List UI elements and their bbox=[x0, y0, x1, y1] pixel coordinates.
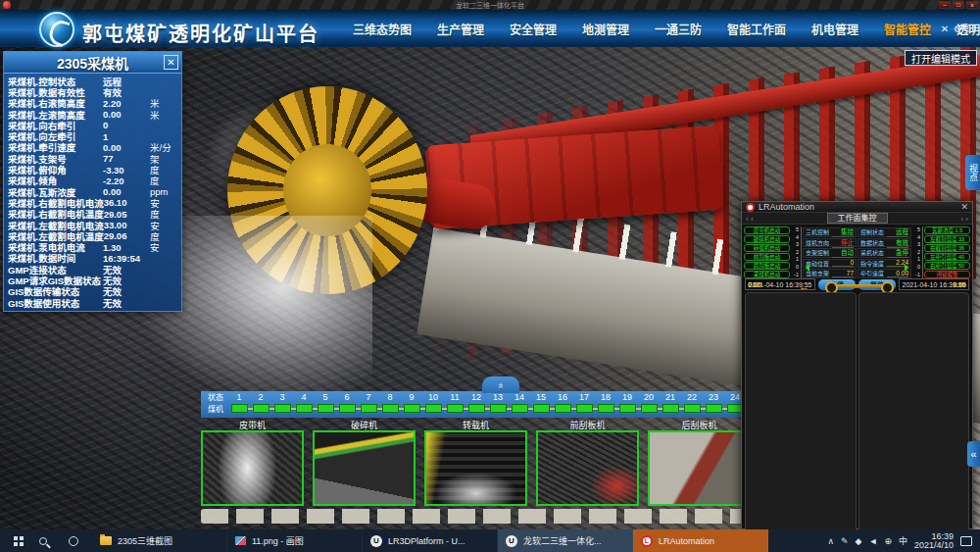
support-status-cell[interactable]: 8 bbox=[379, 392, 401, 417]
camera-thumbnail[interactable] bbox=[648, 430, 751, 506]
menu-item[interactable]: 三维态势图 bbox=[353, 21, 412, 37]
sensor-readout-button[interactable]: 右牵引温度 50 bbox=[924, 262, 970, 270]
tool-restore-icon[interactable]: ❐ bbox=[967, 24, 976, 34]
support-status-cell[interactable]: 14 bbox=[509, 392, 530, 417]
camera-thumbnail[interactable] bbox=[424, 430, 527, 506]
shearer-mini-icon bbox=[832, 284, 887, 288]
camera-card[interactable]: 皮带机 bbox=[201, 419, 304, 506]
panel-close-icon[interactable]: ✕ bbox=[164, 55, 178, 70]
clock[interactable]: 16:39 2021/4/10 bbox=[914, 532, 954, 550]
support-status-cell[interactable]: 18 bbox=[595, 392, 616, 417]
scale-tick: 5 bbox=[912, 226, 923, 234]
support-status-cell[interactable]: 11 bbox=[444, 392, 466, 417]
support-status-cell[interactable]: 19 bbox=[616, 392, 638, 417]
camera-thumbnail[interactable] bbox=[201, 430, 304, 506]
menu-item[interactable]: 生产管理 bbox=[437, 21, 484, 37]
tab-workface-control[interactable]: 工作面集控 bbox=[827, 213, 888, 224]
pen-icon[interactable]: ✎ bbox=[841, 536, 849, 546]
search-icon[interactable] bbox=[39, 537, 47, 545]
support-status-cell[interactable]: 7 bbox=[358, 392, 379, 417]
taskbar-item[interactable]: 2305三维截图 bbox=[92, 529, 227, 552]
support-status-cell[interactable]: 17 bbox=[573, 392, 595, 417]
support-status-cell[interactable]: 1 bbox=[228, 392, 250, 417]
support-status-cell[interactable]: 9 bbox=[401, 392, 422, 417]
viewpoint-tab[interactable]: 视点 bbox=[965, 155, 980, 190]
sensor-readout-button[interactable]: 瓦斯浓度 1.5 bbox=[924, 226, 970, 234]
task-icon bbox=[100, 536, 112, 545]
sensor-readout-button[interactable]: 左截割温度 33 bbox=[924, 235, 970, 243]
support-status-cell[interactable]: 20 bbox=[638, 392, 660, 417]
device-start-button[interactable]: 转载机启动 bbox=[744, 244, 790, 252]
notification-icon[interactable] bbox=[960, 536, 972, 546]
support-status-cell[interactable]: 10 bbox=[422, 392, 444, 417]
menu-item[interactable]: 机电管理 bbox=[811, 21, 858, 37]
camera-thumbnail[interactable] bbox=[313, 430, 416, 506]
scale-arrow-icon bbox=[802, 264, 809, 272]
maximize-button[interactable]: □ bbox=[953, 1, 964, 9]
taskbar-item[interactable]: U LR3DPlatform - U... bbox=[363, 529, 498, 552]
tab-scroll-right-icon[interactable]: › › bbox=[960, 215, 968, 224]
support-status-cell[interactable]: 21 bbox=[660, 392, 681, 417]
lr-close-icon[interactable]: ✕ bbox=[960, 202, 968, 212]
camera-card[interactable]: 前刮板机 bbox=[536, 419, 639, 506]
open-edit-mode-button[interactable]: 打开编辑模式 bbox=[905, 50, 977, 66]
menu-item[interactable]: 安全管理 bbox=[510, 21, 557, 37]
taskbar-item[interactable]: L LRAutomation bbox=[633, 529, 768, 552]
status-block bbox=[555, 404, 571, 413]
speaker-icon[interactable]: ◄ bbox=[868, 536, 877, 546]
support-status-cell[interactable]: 6 bbox=[336, 392, 358, 417]
camera-thumbnail[interactable] bbox=[536, 430, 639, 506]
menu-item[interactable]: 地测管理 bbox=[582, 21, 629, 37]
camera-card[interactable]: 转载机 bbox=[424, 419, 527, 506]
device-start-button[interactable]: 皮带机启动 bbox=[744, 226, 790, 234]
scale-tick: 0 bbox=[912, 264, 923, 272]
scale-tick: 1 bbox=[912, 256, 923, 264]
menu-item[interactable]: 一通三防 bbox=[655, 21, 702, 37]
support-status-cell[interactable]: 23 bbox=[703, 392, 724, 417]
support-status-cell[interactable]: 15 bbox=[530, 392, 552, 417]
sensor-readout-button[interactable]: 右截割温度 36 bbox=[924, 244, 970, 252]
collapse-bottom-tab[interactable]: « bbox=[482, 376, 519, 393]
device-start-button[interactable]: 前刮板启动 bbox=[744, 253, 790, 261]
start-button[interactable] bbox=[14, 536, 18, 540]
menu-item[interactable]: 智能管控 bbox=[884, 21, 931, 37]
support-status-cell[interactable]: 4 bbox=[293, 392, 315, 417]
support-status-cell[interactable]: 5 bbox=[315, 392, 336, 417]
sensor-readout-button[interactable]: 左牵引温度 40 bbox=[924, 253, 970, 261]
support-status-cell[interactable]: 22 bbox=[681, 392, 703, 417]
collapse-panel-tab[interactable]: « bbox=[967, 441, 980, 467]
tool-gear-icon[interactable]: ⚙ bbox=[954, 24, 962, 34]
support-status-cell[interactable]: 13 bbox=[487, 392, 509, 417]
scale-tick: 4 bbox=[791, 234, 802, 242]
tab-scroll-left-icon[interactable]: ‹ ‹ bbox=[746, 215, 754, 224]
taskbar: 2305三维截图 11.png - 画图 U LR3DPlatform - U.… bbox=[0, 529, 980, 552]
cortana-icon[interactable] bbox=[69, 536, 78, 546]
status-row: 煤机方向 停止 bbox=[803, 238, 857, 248]
status-strip-labels: 状态 煤机 bbox=[203, 392, 228, 417]
support-status-cell[interactable]: 16 bbox=[552, 392, 573, 417]
minimize-button[interactable]: – bbox=[939, 1, 951, 9]
device-start-button[interactable]: 破碎机启动 bbox=[744, 235, 790, 243]
device-start-button[interactable]: 采煤机启动 bbox=[744, 271, 790, 278]
support-status-cell[interactable]: 2 bbox=[250, 392, 271, 417]
thumbnail-pager-strip[interactable] bbox=[201, 509, 750, 524]
ime-indicator[interactable]: 中 bbox=[899, 534, 907, 547]
lockout-alarm-button[interactable]: 闭锁报警 bbox=[924, 271, 970, 278]
support-status-cell[interactable]: 12 bbox=[466, 392, 487, 417]
camera-card[interactable]: 破碎机 bbox=[313, 419, 416, 506]
camera-card[interactable]: 后刮板机 bbox=[648, 419, 751, 506]
tool-wrench-icon[interactable]: ✕ bbox=[941, 24, 949, 34]
shield-icon[interactable]: ◆ bbox=[856, 536, 862, 546]
panel-title: 2305采煤机 bbox=[57, 53, 128, 73]
support-status-cell[interactable]: 3 bbox=[271, 392, 293, 417]
lr-titlebar[interactable]: LRAutomation ✕ bbox=[742, 202, 972, 212]
close-button[interactable]: x bbox=[966, 1, 978, 9]
lr-window-title: LRAutomation bbox=[759, 202, 956, 212]
menu-item[interactable]: 智能工作面 bbox=[727, 21, 786, 37]
data-row: GIS数据使用状态 无效 bbox=[8, 297, 177, 308]
tray-chevron-icon[interactable]: ∧ bbox=[827, 536, 834, 546]
taskbar-item[interactable]: 11.png - 画图 bbox=[227, 529, 363, 552]
device-start-button[interactable]: 后刮板启动 bbox=[744, 262, 790, 270]
taskbar-item[interactable]: U 龙软二三维一体化... bbox=[498, 529, 633, 552]
network-icon[interactable]: ⊕ bbox=[884, 536, 892, 546]
